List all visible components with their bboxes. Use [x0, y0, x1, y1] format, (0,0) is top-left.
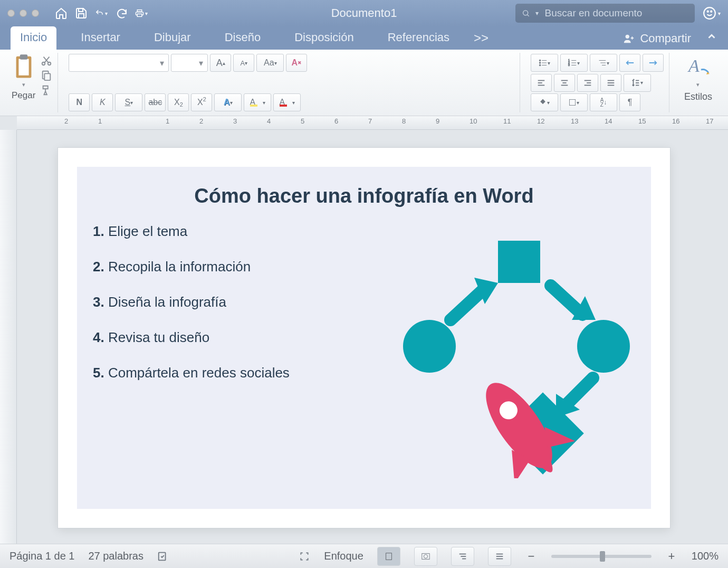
- word-count[interactable]: 27 palabras: [88, 550, 143, 562]
- bullets-button[interactable]: ▾: [531, 54, 558, 72]
- highlight-button[interactable]: A ▾: [244, 93, 271, 111]
- font-color-button[interactable]: A ▾: [273, 93, 301, 111]
- svg-rect-2: [137, 10, 142, 12]
- svg-rect-1: [79, 14, 84, 18]
- justify-button[interactable]: [600, 74, 621, 92]
- print-icon[interactable]: ▾: [135, 7, 148, 20]
- change-case-button[interactable]: Aa ▾: [256, 54, 284, 72]
- strikethrough-button[interactable]: abc: [145, 93, 166, 111]
- tab-disposicion[interactable]: Disposición: [285, 26, 363, 50]
- vertical-ruler[interactable]: [0, 130, 17, 544]
- spellcheck-icon[interactable]: [157, 551, 169, 562]
- svg-line-55: [567, 378, 593, 404]
- svg-rect-3: [137, 14, 142, 16]
- svg-line-51: [451, 288, 485, 320]
- focus-label[interactable]: Enfoque: [324, 550, 363, 562]
- zoom-in-button[interactable]: +: [665, 550, 678, 563]
- line-spacing-button[interactable]: ▾: [624, 74, 651, 92]
- paste-button[interactable]: ▾ Pegar: [12, 54, 35, 101]
- styles-button[interactable]: A ▾: [685, 54, 711, 88]
- tab-referencias[interactable]: Referencias: [378, 26, 459, 50]
- styles-icon: A: [685, 54, 711, 79]
- align-center-button[interactable]: [554, 74, 575, 92]
- print-layout-view[interactable]: [377, 547, 400, 566]
- svg-rect-47: [498, 241, 540, 283]
- document-page[interactable]: Cómo hacer una infografía en Word 1. Eli…: [58, 148, 670, 528]
- text-effects-button[interactable]: A ▾: [214, 93, 242, 111]
- format-painter-icon[interactable]: [41, 84, 52, 96]
- maximize-window-button[interactable]: [32, 10, 39, 17]
- zoom-slider[interactable]: [551, 555, 652, 558]
- increase-indent-button[interactable]: [643, 54, 664, 72]
- clipboard-group: ▾ Pegar: [6, 53, 58, 112]
- subscript-button[interactable]: X2: [168, 93, 189, 111]
- tab-dibujar[interactable]: Dibujar: [145, 26, 200, 50]
- feedback-icon[interactable]: [702, 6, 717, 21]
- shading-button[interactable]: ▾: [531, 93, 558, 111]
- quick-access-toolbar: ▾ ▾: [55, 7, 148, 20]
- paste-label: Pegar: [12, 90, 35, 101]
- svg-point-49: [577, 320, 630, 373]
- font-size-combo[interactable]: ▾: [171, 54, 208, 72]
- tab-insertar[interactable]: Insertar: [71, 26, 130, 50]
- svg-point-17: [540, 62, 541, 64]
- feedback-dropdown[interactable]: ▾: [718, 11, 721, 16]
- svg-rect-14: [45, 73, 51, 80]
- increase-font-button[interactable]: A▴: [210, 54, 231, 72]
- collapse-ribbon-icon[interactable]: [706, 31, 717, 50]
- search-input[interactable]: [544, 7, 688, 20]
- minimize-window-button[interactable]: [20, 10, 27, 17]
- clear-formatting-button[interactable]: A✖: [286, 54, 307, 72]
- underline-button[interactable]: S ▾: [115, 93, 142, 111]
- align-left-button[interactable]: [531, 74, 552, 92]
- redo-icon[interactable]: [115, 7, 128, 20]
- bold-button[interactable]: N: [69, 93, 90, 111]
- share-button[interactable]: Compartir: [623, 32, 691, 50]
- sort-button[interactable]: A Z↓: [590, 93, 617, 111]
- page-indicator[interactable]: Página 1 de 1: [9, 550, 74, 562]
- zoom-out-button[interactable]: −: [525, 550, 538, 563]
- draft-view[interactable]: [488, 547, 511, 566]
- svg-point-6: [707, 11, 708, 12]
- styles-group: A ▾ Estilos: [675, 53, 722, 112]
- outline-view[interactable]: [451, 547, 474, 566]
- font-family-combo[interactable]: ▾: [69, 54, 169, 72]
- cycle-graphic: [392, 235, 635, 478]
- ribbon: ▾ Pegar ▾ ▾ A▴ A▾ Aa ▾ A✖ N K S ▾ abc X2…: [0, 50, 728, 116]
- web-layout-view[interactable]: [414, 547, 437, 566]
- borders-button[interactable]: ▾: [560, 93, 588, 111]
- ribbon-tabs: Inicio Insertar Dibujar Diseño Disposici…: [0, 26, 728, 50]
- tab-diseno[interactable]: Diseño: [215, 26, 270, 50]
- styles-label: Estilos: [684, 91, 712, 102]
- align-right-button[interactable]: [577, 74, 598, 92]
- svg-rect-45: [570, 99, 576, 105]
- home-icon[interactable]: [55, 7, 68, 20]
- superscript-button[interactable]: X2: [191, 93, 212, 111]
- tabs-overflow[interactable]: >>: [474, 31, 488, 50]
- numbering-button[interactable]: 123▾: [560, 54, 588, 72]
- copy-icon[interactable]: [41, 70, 52, 81]
- close-window-button[interactable]: [7, 10, 15, 17]
- svg-point-62: [424, 554, 427, 558]
- svg-rect-59: [159, 552, 166, 560]
- search-box[interactable]: ▾: [515, 4, 695, 23]
- svg-rect-0: [79, 8, 83, 12]
- svg-point-8: [626, 35, 629, 39]
- cut-icon[interactable]: [41, 55, 52, 67]
- italic-button[interactable]: K: [92, 93, 113, 111]
- horizontal-ruler[interactable]: 21123456789101112131415161718: [17, 116, 728, 130]
- tab-inicio[interactable]: Inicio: [11, 26, 56, 50]
- svg-point-7: [711, 11, 712, 12]
- decrease-font-button[interactable]: A▾: [233, 54, 254, 72]
- multilevel-list-button[interactable]: ▾: [590, 54, 617, 72]
- infographic-box: Cómo hacer una infografía en Word 1. Eli…: [77, 167, 651, 509]
- undo-icon[interactable]: ▾: [95, 7, 108, 20]
- zoom-level[interactable]: 100%: [692, 550, 719, 562]
- show-marks-button[interactable]: ¶: [619, 93, 640, 111]
- infographic-title: Cómo hacer una infografía en Word: [77, 167, 651, 213]
- decrease-indent-button[interactable]: [619, 54, 640, 72]
- focus-mode-icon[interactable]: [299, 551, 310, 562]
- paragraph-group: ▾ 123▾ ▾ ▾ ▾ ▾ A Z↓ ¶: [525, 53, 669, 112]
- save-icon[interactable]: [75, 7, 88, 20]
- clipboard-icon: [13, 54, 34, 79]
